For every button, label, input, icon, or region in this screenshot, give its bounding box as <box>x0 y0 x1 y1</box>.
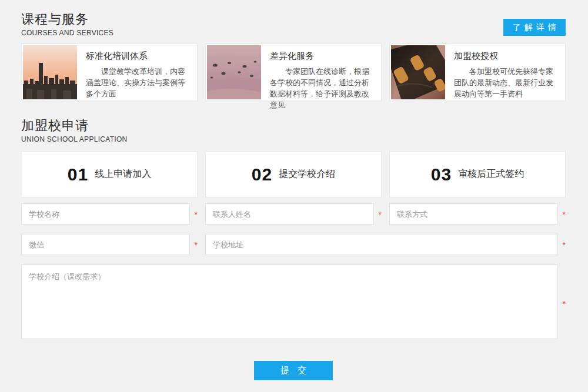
school-intro-field-wrapper: * <box>21 264 566 341</box>
step-label: 线上申请加入 <box>95 168 151 180</box>
application-section-subtitle: UNION SCHOOL APPLICATION <box>21 135 566 145</box>
required-asterisk: * <box>563 210 566 219</box>
courses-section-title: 课程与服务 <box>21 11 113 28</box>
required-asterisk: * <box>379 210 382 219</box>
contact-name-field-wrapper: * <box>205 203 382 225</box>
step-3-sign-contract: 03 审核后正式签约 <box>389 151 566 197</box>
learn-more-button[interactable]: 了解详情 <box>503 19 566 36</box>
card-text-block: 差异化服务 专家团队在线诊断，根据各学校的不同情况，通过分析数据材料等，给予评测… <box>261 45 380 99</box>
step-label: 审核后正式签约 <box>458 168 524 180</box>
city-skyline-photo <box>23 45 77 99</box>
school-intro-textarea[interactable] <box>21 264 558 339</box>
step-number: 02 <box>252 165 272 185</box>
card-description: 专家团队在线诊断，根据各学校的不同情况，通过分析数据材料等，给予评测及教改意见 <box>270 66 374 110</box>
card-title: 加盟校授权 <box>454 51 558 62</box>
school-name-field-wrapper: * <box>21 203 198 225</box>
courses-section-subtitle: COURSES AND SERVICES <box>21 28 113 38</box>
required-asterisk: * <box>563 300 566 308</box>
courses-heading-block: 课程与服务 COURSES AND SERVICES <box>21 11 113 38</box>
submit-button[interactable]: 提交 <box>254 361 333 380</box>
application-section-title: 加盟校申请 <box>21 117 566 135</box>
submit-row: 提交 <box>21 361 566 380</box>
contact-name-input[interactable] <box>205 203 374 225</box>
contact-method-input[interactable] <box>389 203 558 225</box>
contact-method-field-wrapper: * <box>389 203 566 225</box>
step-number: 01 <box>68 165 88 185</box>
wechat-input[interactable] <box>21 234 190 255</box>
card-title: 标准化培训体系 <box>86 51 190 62</box>
course-cards-row: 标准化培训体系 课堂教学改革培训，内容涵盖理论、实操方法与案例等多个方面 <box>21 43 566 101</box>
school-address-input[interactable] <box>205 234 558 255</box>
film-strip-photo <box>391 45 445 99</box>
courses-section-header: 课程与服务 COURSES AND SERVICES 了解详情 <box>21 11 566 38</box>
step-label: 提交学校介绍 <box>279 168 335 180</box>
card-description: 各加盟校可优先获得专家团队的最新动态、最新行业发展动向等第一手资料 <box>454 66 558 99</box>
school-address-field-wrapper: * <box>205 234 566 255</box>
school-name-input[interactable] <box>21 203 190 225</box>
application-steps-row: 01 线上申请加入 02 提交学校介绍 03 审核后正式签约 <box>21 151 566 197</box>
card-title: 差异化服务 <box>270 51 374 62</box>
card-description: 课堂教学改革培训，内容涵盖理论、实操方法与案例等多个方面 <box>86 66 190 99</box>
step-1-apply-online: 01 线上申请加入 <box>21 151 198 197</box>
desert-photo <box>207 45 261 99</box>
step-number: 03 <box>431 165 452 185</box>
application-form: * * * * * * <box>21 203 566 341</box>
page-container: 课程与服务 COURSES AND SERVICES 了解详情 <box>0 0 588 380</box>
step-2-submit-intro: 02 提交学校介绍 <box>205 151 382 197</box>
course-card-standard-training: 标准化培训体系 课堂教学改革培训，内容涵盖理论、实操方法与案例等多个方面 <box>21 43 198 101</box>
card-text-block: 标准化培训体系 课堂教学改革培训，内容涵盖理论、实操方法与案例等多个方面 <box>77 45 196 99</box>
card-text-block: 加盟校授权 各加盟校可优先获得专家团队的最新动态、最新行业发展动向等第一手资料 <box>445 45 564 99</box>
application-section-header: 加盟校申请 UNION SCHOOL APPLICATION <box>21 117 566 145</box>
wechat-field-wrapper: * <box>21 234 198 255</box>
required-asterisk: * <box>195 210 198 219</box>
required-asterisk: * <box>563 241 566 249</box>
course-card-franchise-authorization: 加盟校授权 各加盟校可优先获得专家团队的最新动态、最新行业发展动向等第一手资料 <box>389 43 566 101</box>
course-card-differentiated-service: 差异化服务 专家团队在线诊断，根据各学校的不同情况，通过分析数据材料等，给予评测… <box>205 43 382 101</box>
required-asterisk: * <box>195 241 198 249</box>
